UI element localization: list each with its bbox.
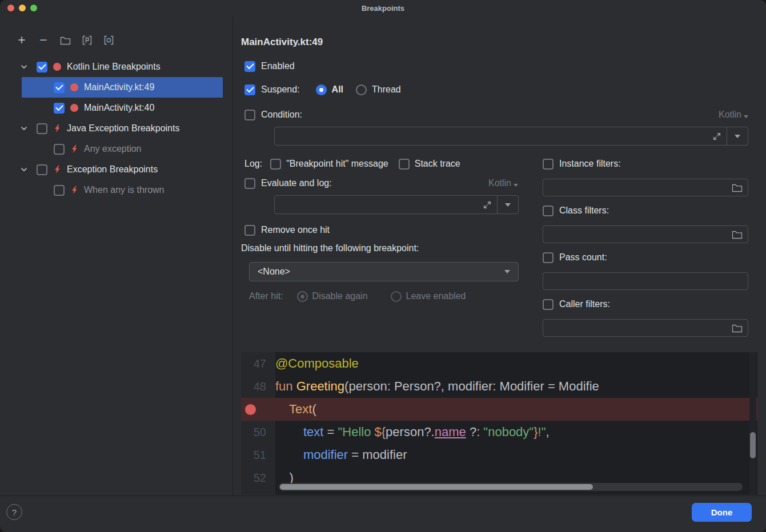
evaluate-and-log-label: Evaluate and log: bbox=[261, 178, 332, 188]
suspend-all-radio[interactable] bbox=[316, 84, 327, 95]
code-line-51: 51 modifier = modifier bbox=[241, 444, 757, 466]
horizontal-scrollbar-thumb[interactable] bbox=[280, 484, 593, 490]
disable-until-combobox[interactable]: <None> bbox=[249, 262, 519, 281]
close-window-button[interactable] bbox=[7, 5, 14, 11]
filter-checkbox[interactable] bbox=[543, 159, 554, 170]
filter-checkbox[interactable] bbox=[543, 299, 554, 310]
expand-editor-icon[interactable] bbox=[712, 132, 721, 143]
code-preview: 47@Composable48fun Greeting(person: Pers… bbox=[241, 352, 757, 495]
breakpoint-icon[interactable] bbox=[245, 404, 256, 415]
disable-again-radio[interactable] bbox=[297, 291, 308, 302]
tree-item-checkbox[interactable] bbox=[54, 103, 65, 114]
condition-checkbox[interactable] bbox=[244, 110, 255, 120]
browse-folder-icon[interactable] bbox=[732, 183, 743, 195]
leave-enabled-radio[interactable] bbox=[391, 291, 402, 302]
stack-trace-checkbox[interactable] bbox=[399, 159, 410, 170]
line-number: 52 bbox=[241, 471, 275, 485]
chevron-down-icon[interactable] bbox=[19, 165, 30, 174]
remove-breakpoint-button[interactable]: − bbox=[37, 33, 50, 47]
remove-once-hit-checkbox[interactable] bbox=[244, 225, 255, 236]
breakpoints-tree: Kotlin Line BreakpointsMainActivity.kt:4… bbox=[0, 57, 232, 200]
chevron-down-icon[interactable] bbox=[19, 62, 30, 71]
exception-breakpoint-icon bbox=[70, 144, 79, 154]
condition-label: Condition: bbox=[261, 110, 302, 120]
browse-folder-icon[interactable] bbox=[732, 229, 743, 241]
log-label: Log: bbox=[244, 159, 262, 169]
titlebar: Breakpoints bbox=[0, 0, 766, 16]
tree-item-label: MainActivity.kt:49 bbox=[84, 82, 154, 92]
browse-folder-icon[interactable] bbox=[732, 323, 743, 335]
enabled-label: Enabled bbox=[261, 61, 295, 71]
tree-item-checkbox[interactable] bbox=[54, 82, 65, 93]
expand-editor-icon[interactable] bbox=[483, 200, 492, 212]
tree-item-mainactivity-kt-49[interactable]: MainActivity.kt:49 bbox=[0, 77, 232, 98]
tree-item-label: Kotlin Line Breakpoints bbox=[67, 62, 161, 72]
tree-item-checkbox[interactable] bbox=[54, 185, 65, 196]
group-by-class-icon[interactable] bbox=[80, 33, 94, 47]
evaluate-language-selector[interactable]: Kotlin bbox=[488, 176, 518, 190]
history-dropdown-icon[interactable] bbox=[505, 203, 511, 207]
tree-item-label: When any is thrown bbox=[84, 185, 165, 195]
chevron-down-icon bbox=[504, 270, 510, 273]
enabled-checkbox[interactable] bbox=[244, 61, 255, 72]
disable-until-label: Disable until hitting the following brea… bbox=[241, 243, 419, 253]
evaluate-and-log-checkbox[interactable] bbox=[244, 178, 255, 189]
tree-item-kotlin-line-breakpoints[interactable]: Kotlin Line Breakpoints bbox=[0, 57, 232, 77]
tree-item-checkbox[interactable] bbox=[37, 123, 47, 134]
filter-input[interactable] bbox=[543, 225, 748, 243]
filter-label: Pass count: bbox=[559, 252, 607, 263]
line-number: 47 bbox=[241, 357, 275, 370]
chevron-down-icon[interactable] bbox=[19, 124, 30, 133]
tree-item-checkbox[interactable] bbox=[37, 164, 47, 175]
group-by-file-icon[interactable] bbox=[58, 33, 72, 47]
tree-item-mainactivity-kt-40[interactable]: MainActivity.kt:40 bbox=[0, 98, 232, 118]
exception-breakpoint-icon bbox=[70, 186, 79, 195]
vertical-scrollbar-thumb[interactable] bbox=[750, 432, 756, 458]
filter-group: Class filters: bbox=[543, 203, 748, 243]
window-title: Breakpoints bbox=[362, 4, 404, 13]
tree-item-label: MainActivity.kt:40 bbox=[84, 103, 154, 113]
help-button[interactable]: ? bbox=[6, 504, 22, 520]
breakpoint-icon bbox=[53, 63, 62, 71]
editor-lines: 47@Composable48fun Greeting(person: Pers… bbox=[241, 352, 757, 489]
field-divider bbox=[497, 196, 498, 213]
horizontal-scrollbar[interactable] bbox=[279, 483, 743, 491]
history-dropdown-icon[interactable] bbox=[735, 135, 740, 138]
zoom-window-button[interactable] bbox=[30, 5, 37, 11]
suspend-label: Suspend: bbox=[261, 84, 300, 95]
condition-language-selector[interactable]: Kotlin bbox=[719, 108, 748, 122]
tree-item-when-any-is-thrown[interactable]: When any is thrown bbox=[0, 180, 232, 200]
breakpoint-hit-message-checkbox[interactable] bbox=[270, 159, 281, 170]
evaluate-input[interactable] bbox=[274, 195, 519, 214]
filter-checkbox[interactable] bbox=[543, 252, 554, 263]
filter-label: Instance filters: bbox=[559, 159, 621, 169]
vertical-scrollbar[interactable] bbox=[749, 352, 756, 495]
minimize-window-button[interactable] bbox=[19, 5, 26, 11]
filter-group: Instance filters: bbox=[543, 156, 748, 196]
filter-input[interactable] bbox=[543, 179, 748, 196]
tree-item-any-exception[interactable]: Any exception bbox=[0, 139, 232, 159]
add-breakpoint-button[interactable]: + bbox=[15, 33, 29, 47]
tree-item-label: Any exception bbox=[84, 144, 142, 154]
done-button[interactable]: Done bbox=[692, 503, 752, 522]
suspend-thread-radio[interactable] bbox=[356, 84, 367, 95]
field-divider bbox=[727, 127, 727, 145]
tree-item-java-exception-breakpoints[interactable]: Java Exception Breakpoints bbox=[0, 118, 232, 139]
filter-input[interactable] bbox=[543, 319, 748, 337]
tree-item-checkbox[interactable] bbox=[54, 144, 65, 155]
tree-item-exception-breakpoints[interactable]: Exception Breakpoints bbox=[0, 159, 232, 180]
suspend-checkbox[interactable] bbox=[244, 84, 255, 95]
code-line-47: 47@Composable bbox=[241, 352, 757, 375]
code-line-48: 48fun Greeting(person: Person?, modifier… bbox=[241, 375, 757, 398]
traffic-lights bbox=[7, 5, 37, 11]
group-by-package-icon[interactable] bbox=[102, 33, 115, 47]
line-number: 48 bbox=[241, 380, 275, 393]
filter-input[interactable] bbox=[543, 272, 748, 290]
breakpoint-icon bbox=[70, 83, 79, 91]
condition-input[interactable] bbox=[274, 127, 748, 146]
tree-item-label: Exception Breakpoints bbox=[67, 164, 158, 175]
language-dropdown-icon bbox=[514, 184, 518, 187]
filter-checkbox[interactable] bbox=[543, 205, 554, 216]
tree-item-checkbox[interactable] bbox=[37, 62, 47, 72]
suspend-thread-label: Thread bbox=[372, 84, 401, 95]
